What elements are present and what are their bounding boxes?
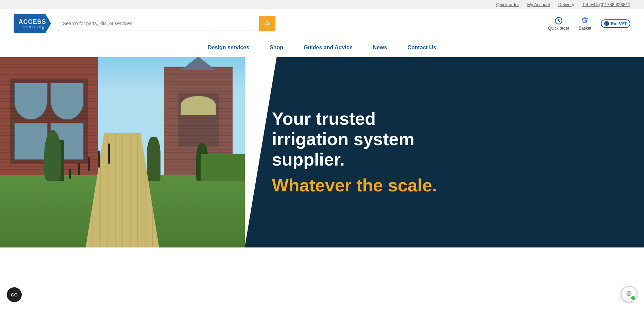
search-area <box>58 16 275 31</box>
logo-drop-icon: 💧 <box>41 26 45 30</box>
nav-shop[interactable]: Shop <box>270 39 283 56</box>
header: ACCESS Irrigation 💧 Quick order <box>0 9 644 38</box>
bollard-1 <box>69 169 71 179</box>
nav-bar: Design services Shop Guides and Advice N… <box>0 38 644 57</box>
vat-label: Ex. VAT <box>611 21 627 26</box>
hero-text-content: Your trusted irrigation system supplier.… <box>245 88 464 216</box>
logo[interactable]: ACCESS Irrigation 💧 <box>14 14 51 33</box>
nav-design-services[interactable]: Design services <box>208 39 249 56</box>
quick-order-action[interactable]: Quick order <box>548 16 569 31</box>
vat-toggle-dot <box>604 21 609 26</box>
hero-subtitle: Whatever the scale. <box>272 175 437 196</box>
tree-2 <box>44 130 61 181</box>
nav-news[interactable]: News <box>373 39 387 56</box>
search-input[interactable] <box>58 16 259 31</box>
hero-title: Your trusted irrigation system supplier. <box>272 109 437 170</box>
nav-guides-advice[interactable]: Guides and Advice <box>304 39 352 56</box>
my-account-link[interactable]: My Account <box>527 2 550 7</box>
phone-link[interactable]: Tel: +44 (0)1788 823811 <box>582 2 630 7</box>
basket-icon <box>580 16 589 25</box>
top-bar: Quick order My Account Delivery Tel: +44… <box>0 0 644 9</box>
bollard-5 <box>108 143 110 164</box>
logo-access-text: ACCESS <box>18 19 46 25</box>
hero-image <box>0 57 245 247</box>
logo-irrigation-text: Irrigation <box>23 25 42 28</box>
quick-order-label: Quick order <box>548 26 569 31</box>
basket-label: Basket <box>579 26 591 31</box>
vat-toggle[interactable]: Ex. VAT <box>601 19 630 28</box>
hero-panel: Your trusted irrigation system supplier.… <box>245 57 644 247</box>
delivery-link[interactable]: Delivery <box>558 2 574 7</box>
header-actions: Quick order Basket Ex. VAT <box>548 16 630 31</box>
tree-3 <box>147 137 160 181</box>
search-button[interactable] <box>259 16 275 31</box>
quick-order-link[interactable]: Quick order <box>496 2 519 7</box>
basket-action[interactable]: Basket <box>579 16 591 31</box>
search-icon <box>264 20 271 27</box>
hedge <box>201 154 245 181</box>
quick-order-icon <box>554 16 563 25</box>
bollard-3 <box>88 157 90 171</box>
bollard-2 <box>78 163 80 175</box>
hero-section: Your trusted irrigation system supplier.… <box>0 57 644 247</box>
bollard-4 <box>98 151 100 168</box>
nav-contact-us[interactable]: Contact Us <box>407 39 436 56</box>
